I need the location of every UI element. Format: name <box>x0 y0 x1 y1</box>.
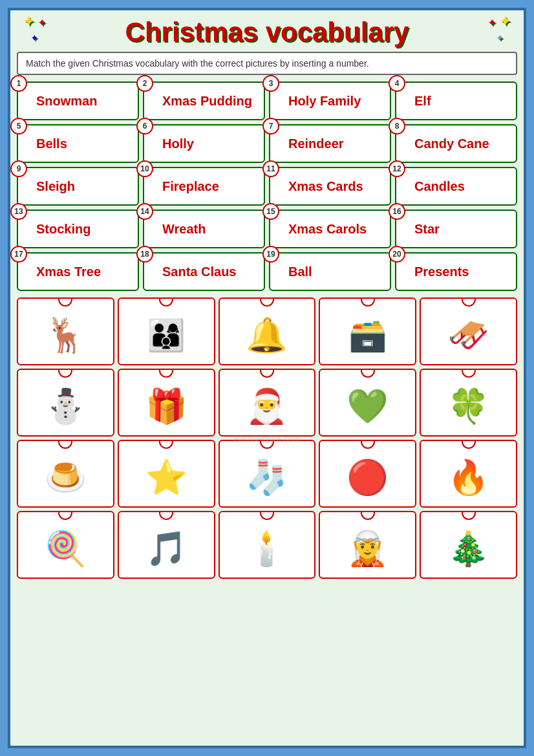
pic-circle <box>462 369 476 378</box>
pic-emoji: 🔔 <box>246 316 288 355</box>
pic-emoji: 🎅 <box>246 387 288 426</box>
pic-emoji: 🧦 <box>246 458 288 497</box>
pic-emoji: 🎄 <box>447 529 489 568</box>
vocab-number: 15 <box>262 203 279 220</box>
vocab-item-12: 12 Candles <box>395 167 517 206</box>
vocab-item-15: 15 Xmas Carols <box>269 210 391 248</box>
vocab-label: Snowman <box>36 94 97 109</box>
pic-circle <box>159 440 173 449</box>
pic-item-20: 🎄 <box>420 511 517 579</box>
pic-item-18: 🕯️ <box>219 511 316 579</box>
vocab-item-18: 18 Santa Claus <box>143 252 265 291</box>
vocab-label: Sleigh <box>36 179 75 194</box>
pic-emoji: 👨‍👩‍👦 <box>147 318 186 354</box>
pic-circle <box>462 297 476 307</box>
stars-right: ✦ ✦ ✦ <box>488 14 511 44</box>
pic-circle <box>58 511 72 520</box>
pic-item-1: 🦌 <box>17 297 114 365</box>
vocab-number: 13 <box>10 203 27 220</box>
pic-emoji: 🧝 <box>347 529 389 568</box>
vocab-number: 20 <box>389 246 405 263</box>
pic-emoji: 🎵 <box>145 529 187 568</box>
vocab-item-1: 1 Snowman <box>17 81 139 120</box>
vocab-label: Fireplace <box>162 179 219 194</box>
vocab-item-16: 16 Star <box>395 210 517 248</box>
vocab-number: 3 <box>262 75 279 92</box>
pic-circle <box>361 369 375 378</box>
pic-item-10: 🍀 <box>420 369 517 437</box>
vocab-label: Bells <box>36 136 67 151</box>
vocab-item-13: 13 Stocking <box>17 210 139 248</box>
pic-circle <box>58 440 72 449</box>
vocab-number: 8 <box>389 118 405 135</box>
vocab-item-19: 19 Ball <box>269 252 391 291</box>
pic-emoji: 🗃️ <box>348 318 387 354</box>
vocab-item-7: 7 Reindeer <box>269 124 391 163</box>
pic-item-6: ⛄ <box>17 369 114 437</box>
pic-item-12: ⭐ <box>118 440 215 508</box>
vocab-item-4: 4 Elf <box>395 81 517 120</box>
vocab-number: 11 <box>262 160 279 177</box>
vocab-number: 5 <box>10 118 27 135</box>
vocab-label: Ball <box>288 265 312 279</box>
vocab-grid: 1 Snowman 2 Xmas Pudding 3 Holy Family 4… <box>17 81 517 291</box>
pic-circle <box>260 511 274 520</box>
pic-item-4: 🗃️ <box>319 297 416 365</box>
pic-item-19: 🧝 <box>319 511 416 579</box>
pic-item-7: 🎁 <box>118 369 215 437</box>
vocab-label: Candy Cane <box>414 136 489 151</box>
vocab-number: 9 <box>10 160 27 177</box>
pic-emoji: 🎁 <box>145 387 187 426</box>
vocab-item-10: 10 Fireplace <box>143 167 265 206</box>
stars-left: ✦ ✦ ✦ <box>23 14 46 44</box>
vocab-number: 4 <box>389 75 405 92</box>
vocab-label: Candles <box>414 179 465 194</box>
vocab-label: Stocking <box>36 222 91 237</box>
vocab-label: Xmas Carols <box>288 222 367 237</box>
vocab-label: Elf <box>414 94 431 109</box>
pic-emoji: 🕯️ <box>246 529 288 568</box>
vocab-item-5: 5 Bells <box>17 124 139 163</box>
pic-item-8: 🎅 <box>219 369 316 437</box>
pic-circle <box>260 440 274 449</box>
pic-circle <box>361 297 375 307</box>
vocab-number: 17 <box>10 246 27 263</box>
vocab-label: Xmas Pudding <box>162 94 252 109</box>
vocab-label: Santa Claus <box>162 265 236 279</box>
vocab-label: Wreath <box>162 222 206 237</box>
vocab-number: 12 <box>389 160 405 177</box>
pic-circle <box>462 440 476 449</box>
vocab-label: Holy Family <box>288 94 361 109</box>
vocab-item-9: 9 Sleigh <box>17 167 139 206</box>
pic-circle <box>159 369 173 378</box>
pic-emoji: 🔴 <box>347 458 389 497</box>
pic-emoji: ⭐ <box>145 458 187 497</box>
vocab-item-20: 20 Presents <box>395 252 517 291</box>
vocab-item-11: 11 Xmas Cards <box>269 167 391 206</box>
vocab-label: Star <box>414 222 440 237</box>
vocab-item-14: 14 Wreath <box>143 210 265 248</box>
pic-circle <box>159 511 173 520</box>
vocab-item-2: 2 Xmas Pudding <box>143 81 265 120</box>
pic-item-14: 🔴 <box>319 440 416 508</box>
pic-item-15: 🔥 <box>420 440 517 508</box>
pic-item-17: 🎵 <box>118 511 215 579</box>
pic-emoji: ⛄ <box>45 387 87 426</box>
vocab-number: 16 <box>389 203 405 220</box>
vocab-label: Reindeer <box>288 136 344 151</box>
pic-circle <box>260 297 274 307</box>
vocab-number: 10 <box>136 160 153 177</box>
vocab-item-6: 6 Holly <box>143 124 265 163</box>
pic-circle <box>462 511 476 520</box>
vocab-number: 6 <box>136 118 153 135</box>
pic-emoji: 🛷 <box>447 316 489 355</box>
page-title: ✦ ✦ ✦ Christmas vocabulary ✦ ✦ ✦ <box>17 17 517 48</box>
pic-emoji: 🔥 <box>447 458 489 497</box>
pic-circle <box>361 440 375 449</box>
vocab-label: Xmas Tree <box>36 265 101 279</box>
pic-emoji: 🍮 <box>45 458 87 497</box>
pic-item-3: 🔔 <box>219 297 316 365</box>
pic-emoji: 🦌 <box>45 316 87 355</box>
pictures-section: 🦌 👨‍👩‍👦 🔔 🗃️ 🛷 ⛄ 🎁 🎅 💚 🍀 🍮 ⭐ 🧦 <box>17 297 517 579</box>
pic-circle <box>58 297 72 307</box>
